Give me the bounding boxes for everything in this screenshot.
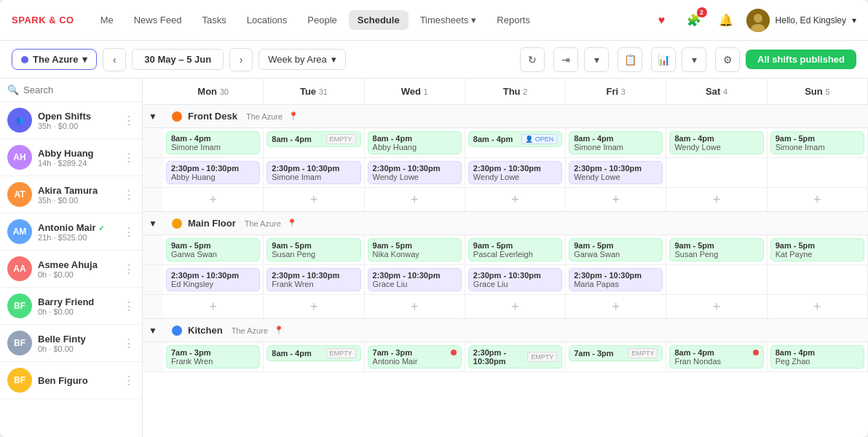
sidebar-item-abby-huang[interactable]: AH Abby Huang 14h · $289.24 ⋮ xyxy=(0,139,142,176)
shift-cell-fd-mon-1[interactable]: 8am - 4pm Simone Imam xyxy=(163,128,264,157)
shift-cell-fd-wed-2[interactable]: 2:30pm - 10:30pm Wendy Lowe xyxy=(365,158,465,187)
shift-block[interactable]: 2:30pm - 10:30pm Frank Wren xyxy=(267,268,360,291)
shift-cell-mf-sat-2[interactable] xyxy=(666,265,767,294)
abby-huang-menu-icon[interactable]: ⋮ xyxy=(123,151,135,165)
puzzle-icon[interactable]: 🧩 2 xyxy=(682,9,706,32)
add-shift-mf-sun[interactable]: + xyxy=(768,295,868,318)
shift-cell-k-sat-1[interactable]: 8am - 4pmFran Nondas xyxy=(666,342,767,371)
nav-reports[interactable]: Reports xyxy=(488,10,539,30)
favorites-icon[interactable]: ♥ xyxy=(650,9,674,32)
add-shift-mf-sat[interactable]: + xyxy=(666,295,767,318)
shift-block[interactable]: 9am - 5pm Simone Imam xyxy=(770,131,864,154)
shift-cell-fd-thu-1[interactable]: 8am - 4pm 👤 OPEN xyxy=(465,128,566,157)
shift-block[interactable]: 8am - 4pm Peg Zhao xyxy=(770,345,864,369)
sidebar-item-antonio-mair[interactable]: AM Antonio Mair ✓ 21h · $525.00 ⋮ xyxy=(0,213,142,251)
shift-block[interactable]: 8am - 4pm Simone Imam xyxy=(166,131,260,154)
shift-cell-fd-mon-2[interactable]: 2:30pm - 10:30pm Abby Huang xyxy=(163,158,264,187)
add-shift-mf-fri[interactable]: + xyxy=(566,295,666,318)
nav-people[interactable]: People xyxy=(299,10,345,30)
shift-block[interactable]: 8am - 4pmFran Nondas xyxy=(669,345,763,369)
prev-week-button[interactable]: ‹ xyxy=(103,48,126,71)
belle-finty-menu-icon[interactable]: ⋮ xyxy=(123,336,135,350)
open-shifts-menu-icon[interactable]: ⋮ xyxy=(123,114,135,127)
shift-cell-fd-sat-1[interactable]: 8am - 4pm Wendy Lowe xyxy=(666,128,767,157)
shift-cell-mf-sun-1[interactable]: 9am - 5pm Kat Payne xyxy=(768,235,868,264)
next-week-button[interactable]: › xyxy=(229,48,253,71)
search-input[interactable] xyxy=(23,84,146,95)
location-selector[interactable]: The Azure ▾ xyxy=(12,49,97,70)
shift-block[interactable]: 2:30pm - 10:30pm Grace Liu xyxy=(468,268,562,291)
add-shift-fd-mon[interactable]: + xyxy=(163,188,264,211)
shift-block[interactable]: 9am - 5pm Garwa Swan xyxy=(166,238,260,261)
shift-cell-mf-fri-1[interactable]: 9am - 5pm Garwa Swan xyxy=(566,235,666,264)
shift-block[interactable]: 8am - 4pm 👤 OPEN xyxy=(468,131,562,147)
add-shift-mf-thu[interactable]: + xyxy=(465,295,566,318)
shift-block[interactable]: 9am - 5pm Susan Peng xyxy=(267,238,360,261)
shift-block[interactable]: 8am - 4pm EMPTY xyxy=(267,131,360,147)
nav-news-feed[interactable]: News Feed xyxy=(125,10,191,30)
shift-block[interactable]: 9am - 5pm Susan Peng xyxy=(669,238,763,261)
shift-block[interactable]: 2:30pm - 10:30pm Wendy Lowe xyxy=(368,161,462,184)
shift-block[interactable]: 2:30pm - 10:30pm Simone Imam xyxy=(267,161,360,184)
barry-friend-menu-icon[interactable]: ⋮ xyxy=(123,299,135,313)
sidebar-item-belle-finty[interactable]: BF Belle Finty 0h · $0.00 ⋮ xyxy=(0,325,142,362)
section-main-floor-toggle[interactable]: ▼ xyxy=(143,213,163,235)
settings-button[interactable]: ⚙ xyxy=(715,47,740,72)
nav-schedule[interactable]: Schedule xyxy=(349,10,409,30)
shift-cell-k-mon-1[interactable]: 7am - 3pm Frank Wren xyxy=(163,342,264,371)
dropdown-button[interactable]: ▾ xyxy=(584,47,609,72)
add-shift-fd-wed[interactable]: + xyxy=(365,188,465,211)
shift-cell-mf-sat-1[interactable]: 9am - 5pm Susan Peng xyxy=(666,235,767,264)
shift-block[interactable]: 7am - 3pm EMPTY xyxy=(569,345,663,361)
shift-block[interactable]: 8am - 4pm Abby Huang xyxy=(368,131,462,154)
add-shift-fd-sat[interactable]: + xyxy=(666,188,767,211)
nav-timesheets[interactable]: Timesheets ▾ xyxy=(411,10,486,30)
shift-cell-fd-fri-2[interactable]: 2:30pm - 10:30pm Wendy Lowe xyxy=(566,158,666,187)
shift-block[interactable]: 9am - 5pm Kat Payne xyxy=(770,238,864,261)
shift-cell-mf-mon-1[interactable]: 9am - 5pm Garwa Swan xyxy=(163,235,264,264)
shift-cell-fd-wed-1[interactable]: 8am - 4pm Abby Huang xyxy=(365,128,465,157)
shift-block[interactable]: 2:30pm - 10:30pm Abby Huang xyxy=(166,161,260,184)
publish-button[interactable]: All shifts published xyxy=(746,50,856,69)
shift-block[interactable]: 2:30pm - 10:30pm EMPTY xyxy=(468,345,562,369)
shift-block[interactable]: 9am - 5pm Garwa Swan xyxy=(569,238,663,261)
shift-cell-mf-thu-1[interactable]: 9am - 5pm Pascal Everleigh xyxy=(465,235,566,264)
shift-cell-k-fri-1[interactable]: 7am - 3pm EMPTY xyxy=(566,342,666,371)
bell-icon[interactable]: 🔔 xyxy=(714,9,738,32)
copy-button[interactable]: 📋 xyxy=(618,47,642,72)
user-menu[interactable]: Hello, Ed Kingsley ▾ xyxy=(746,9,856,32)
shift-cell-mf-thu-2[interactable]: 2:30pm - 10:30pm Grace Liu xyxy=(465,265,566,294)
shift-cell-fd-tue-1[interactable]: 8am - 4pm EMPTY xyxy=(264,128,364,157)
shift-block[interactable]: 8am - 4pm Wendy Lowe xyxy=(669,131,763,154)
shift-cell-fd-fri-1[interactable]: 8am - 4pm Simone Imam xyxy=(566,128,666,157)
shift-cell-k-wed-1[interactable]: 7am - 3pmAntonio Mair xyxy=(365,342,465,371)
view-mode-selector[interactable]: Week by Area ▾ xyxy=(259,49,346,70)
shift-cell-mf-sun-2[interactable] xyxy=(768,265,868,294)
shift-cell-k-tue-1[interactable]: 8am - 4pm EMPTY xyxy=(264,342,364,371)
add-shift-mf-wed[interactable]: + xyxy=(365,295,465,318)
chart-dropdown-button[interactable]: ▾ xyxy=(682,47,706,72)
nav-tasks[interactable]: Tasks xyxy=(193,10,234,30)
sidebar-item-barry-friend[interactable]: BF Barry Friend 0h · $0.00 ⋮ xyxy=(0,288,142,325)
shift-block[interactable]: 9am - 5pm Pascal Everleigh xyxy=(468,238,562,261)
shift-block[interactable]: 7am - 3pm Frank Wren xyxy=(166,345,260,369)
add-shift-mf-tue[interactable]: + xyxy=(264,295,364,318)
sidebar-item-akira-tamura[interactable]: AT Akira Tamura 35h · $0.00 ⋮ xyxy=(0,176,142,213)
sidebar-item-ben-figuro[interactable]: BF Ben Figuro ⋮ xyxy=(0,362,142,399)
shift-block[interactable]: 2:30pm - 10:30pm Ed Kingsley xyxy=(166,268,260,291)
add-shift-fd-fri[interactable]: + xyxy=(566,188,666,211)
add-shift-fd-tue[interactable]: + xyxy=(264,188,364,211)
akira-tamura-menu-icon[interactable]: ⋮ xyxy=(123,188,135,202)
refresh-button[interactable]: ↻ xyxy=(520,47,545,72)
add-shift-mf-mon[interactable]: + xyxy=(163,295,264,318)
sidebar-item-open-shifts[interactable]: 👥 Open Shifts 35h · $0.00 ⋮ xyxy=(0,102,142,139)
shift-block[interactable]: 7am - 3pmAntonio Mair xyxy=(368,345,462,369)
section-kitchen-toggle[interactable]: ▼ xyxy=(143,320,163,342)
shift-cell-fd-sun-1[interactable]: 9am - 5pm Simone Imam xyxy=(768,128,868,157)
shift-cell-fd-sat-2[interactable] xyxy=(666,158,767,187)
shift-block[interactable]: 2:30pm - 10:30pm Wendy Lowe xyxy=(468,161,562,184)
ben-figuro-menu-icon[interactable]: ⋮ xyxy=(123,374,135,387)
add-shift-fd-sun[interactable]: + xyxy=(768,188,868,211)
shift-cell-mf-tue-1[interactable]: 9am - 5pm Susan Peng xyxy=(264,235,364,264)
asmee-ahuja-menu-icon[interactable]: ⋮ xyxy=(123,262,135,276)
